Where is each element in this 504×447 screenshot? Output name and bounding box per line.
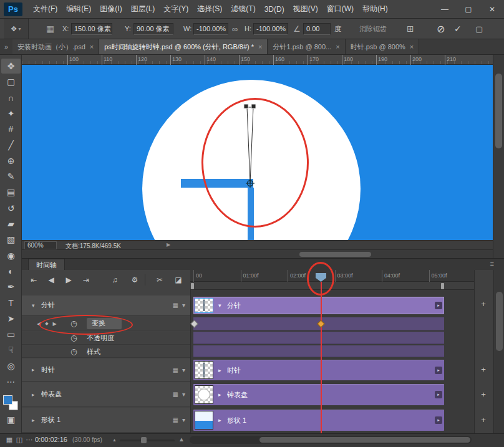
- menu-item-8[interactable]: 视图(V): [289, 4, 322, 14]
- zoom-level-input[interactable]: 600%: [24, 241, 57, 249]
- history-brush-tool[interactable]: ↺: [1, 201, 21, 216]
- scrollbar-thumb[interactable]: [259, 437, 470, 443]
- document-canvas[interactable]: [22, 65, 493, 240]
- marquee-tool[interactable]: ▢: [1, 74, 21, 89]
- convert-to-frame-animation-icon[interactable]: ▦: [5, 436, 14, 444]
- add-media-button[interactable]: +: [477, 365, 490, 374]
- maximize-button[interactable]: ▢: [462, 5, 475, 14]
- work-area-end-handle[interactable]: [441, 283, 444, 289]
- track-bar-clock-face[interactable]: ▸ 钟表盘 ▸: [193, 384, 444, 405]
- stopwatch-icon[interactable]: ◷: [70, 319, 77, 328]
- crop-tool[interactable]: #: [1, 122, 21, 137]
- split-at-playhead-button[interactable]: ✂: [152, 274, 167, 286]
- panel-menu-icon[interactable]: ≡: [490, 260, 494, 267]
- disclosure-icon[interactable]: ▾: [218, 302, 221, 309]
- property-row-style[interactable]: ◷ 样式: [22, 346, 190, 358]
- commit-transform-icon[interactable]: ✓: [454, 19, 462, 39]
- property-row-transform[interactable]: ◀ ◆ ▶ ◷ 变换: [22, 317, 190, 330]
- hand-tool[interactable]: ☟: [1, 342, 21, 357]
- tool-preset-picker[interactable]: ✥ ▾: [4, 19, 29, 39]
- move-tool[interactable]: ✥: [1, 59, 21, 74]
- document-tab-1[interactable]: ps时间轴旋转时钟.psd @ 600% (分针, RGB/8#) *×: [99, 39, 268, 54]
- menu-item-7[interactable]: 3D(D): [260, 5, 289, 14]
- document-tab-3[interactable]: 时针.psb @ 800%×: [346, 39, 420, 54]
- transitions-button[interactable]: ◪: [171, 274, 186, 286]
- layer-row-shape-1[interactable]: ▸ 形状 1 ▦ ▾: [22, 408, 190, 433]
- opacity-keyframe-lane[interactable]: [193, 332, 444, 344]
- keyframe-diamond-icon[interactable]: ◆: [45, 321, 48, 326]
- filmstrip-icon[interactable]: ▦: [173, 302, 178, 309]
- more-options-icon[interactable]: ⋯: [25, 436, 34, 444]
- next-frame-button[interactable]: ⇥: [79, 274, 94, 286]
- quick-mask-button[interactable]: ▣: [5, 414, 17, 425]
- layer-row-clock-face[interactable]: ▸ 钟表盘 ▦ ▾: [22, 382, 190, 407]
- next-keyframe-icon[interactable]: ▶: [53, 320, 57, 326]
- more-tools[interactable]: ⋯: [1, 374, 21, 389]
- timeline-vertical-scrollbar[interactable]: [493, 270, 504, 433]
- disclosure-icon[interactable]: ▸: [218, 367, 221, 373]
- pen-tool[interactable]: ✒: [1, 279, 21, 294]
- tab-close-icon[interactable]: ×: [90, 43, 94, 50]
- foreground-color-swatch[interactable]: [3, 395, 12, 405]
- caret-down-icon[interactable]: ▾: [182, 302, 185, 309]
- menu-item-2[interactable]: 图像(I): [95, 4, 126, 14]
- caret-down-icon[interactable]: ▾: [182, 367, 185, 373]
- x-input[interactable]: 150.00 像素: [71, 23, 112, 35]
- menu-item-5[interactable]: 选择(S): [193, 4, 226, 14]
- zoom-out-icon[interactable]: ▲: [112, 438, 117, 442]
- caret-down-icon[interactable]: ▾: [182, 416, 185, 423]
- blur-tool[interactable]: ◉: [1, 248, 21, 263]
- go-to-first-frame-button[interactable]: ⇤: [26, 274, 41, 286]
- lasso-tool[interactable]: ∩: [1, 90, 21, 105]
- dodge-tool[interactable]: ◐: [1, 264, 21, 279]
- work-area-start-handle[interactable]: [191, 283, 194, 289]
- menu-item-6[interactable]: 滤镜(T): [226, 4, 259, 14]
- document-tab-2[interactable]: 分针1.psb @ 800...×: [268, 39, 345, 54]
- previous-frame-button[interactable]: ◀: [44, 274, 59, 286]
- gradient-tool[interactable]: ▧: [1, 232, 21, 247]
- filmstrip-icon[interactable]: ▦: [173, 391, 178, 398]
- minimize-button[interactable]: —: [438, 5, 452, 14]
- panel-toggle-icon[interactable]: ▢: [475, 19, 483, 39]
- scrollbar-thumb[interactable]: [495, 74, 502, 148]
- warp-toggle-icon[interactable]: ⊞: [407, 19, 414, 39]
- menu-item-10[interactable]: 帮助(H): [358, 4, 392, 14]
- play-button[interactable]: ▶: [61, 274, 76, 286]
- scrollbar-thumb[interactable]: [299, 252, 371, 257]
- healing-brush-tool[interactable]: ⊕: [1, 153, 21, 168]
- filmstrip-icon[interactable]: ▦: [173, 367, 178, 373]
- menu-item-3[interactable]: 图层(L): [127, 4, 160, 14]
- style-keyframe-lane[interactable]: [193, 345, 444, 357]
- document-tab-0[interactable]: 安装时动画（小）.psd×: [12, 39, 99, 54]
- disclosure-icon[interactable]: ▸: [218, 417, 221, 423]
- width-input[interactable]: -100.00%: [193, 23, 228, 35]
- menu-item-1[interactable]: 编辑(E): [62, 4, 95, 14]
- disclosure-icon[interactable]: ▸: [32, 367, 40, 373]
- close-button[interactable]: ✕: [485, 5, 499, 14]
- disclosure-icon[interactable]: ▾: [32, 302, 40, 309]
- reference-point-locator[interactable]: ▦: [46, 19, 54, 39]
- work-area-bar[interactable]: [190, 282, 474, 290]
- cancel-transform-icon[interactable]: ⊘: [437, 19, 445, 39]
- canvas-vertical-scrollbar[interactable]: [493, 55, 504, 258]
- tab-timeline[interactable]: 时间轴: [28, 259, 65, 271]
- status-chevron-icon[interactable]: ▶: [167, 242, 170, 248]
- tab-close-icon[interactable]: ×: [410, 43, 414, 50]
- scrollbar-thumb[interactable]: [496, 292, 503, 351]
- eyedropper-tool[interactable]: ╱: [1, 138, 21, 153]
- menu-item-4[interactable]: 文字(Y): [159, 4, 193, 14]
- add-media-button[interactable]: +: [477, 415, 490, 425]
- zoom-tool[interactable]: ◎: [1, 358, 21, 373]
- layer-row-hour-hand[interactable]: ▸ 时针 ▦ ▾: [22, 358, 190, 382]
- mute-audio-button[interactable]: ♫: [107, 274, 122, 286]
- timeline-horizontal-scrollbar[interactable]: [190, 436, 472, 444]
- filmstrip-icon[interactable]: ▦: [173, 416, 178, 423]
- disclosure-icon[interactable]: ▸: [32, 392, 40, 398]
- link-dimensions-icon[interactable]: ∞: [232, 19, 238, 39]
- caret-down-icon[interactable]: ▾: [182, 391, 185, 398]
- zoom-in-icon[interactable]: ▲: [178, 436, 185, 443]
- layer-row-minute-hand[interactable]: ▾ 分针 ▦ ▾: [22, 296, 190, 315]
- path-selection-tool[interactable]: ➤: [1, 311, 21, 326]
- zoom-slider-thumb[interactable]: [141, 437, 147, 443]
- disclosure-icon[interactable]: ▸: [218, 392, 221, 398]
